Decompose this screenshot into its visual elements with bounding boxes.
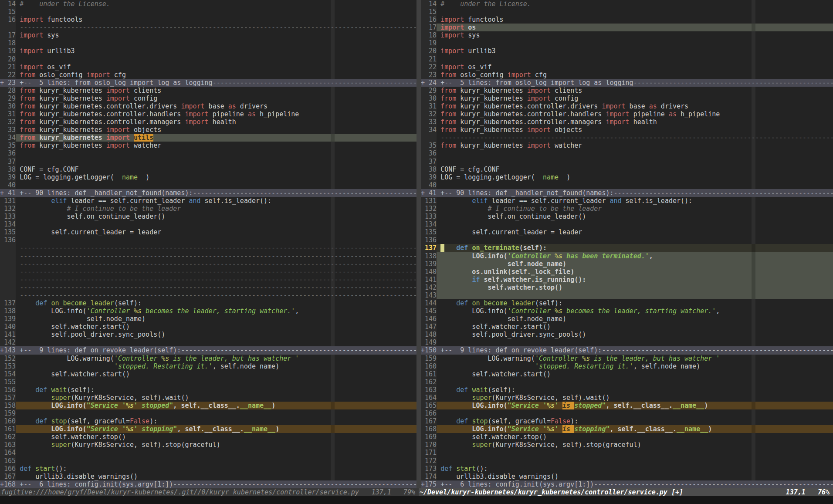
code-line[interactable]: 29from kuryr_kubernetes import clients [421,87,833,95]
code-line[interactable]: 19import urllib3 [0,47,416,55]
code-line[interactable]: 162 self.watcher.stop() [0,433,416,441]
fold-line[interactable]: +150+-- 9 lines: def on_revoke_leader(se… [421,346,833,354]
code-line[interactable]: 173def start(): [421,465,833,473]
code-line[interactable]: 31from kuryr_kubernetes.controller.drive… [421,102,833,110]
code-line[interactable]: 142 [0,338,416,346]
code-line[interactable]: 22import os_vif [421,63,833,71]
code-line[interactable]: 133 self.on_continue_leader() [0,213,416,220]
code-line[interactable]: 140 self.watcher.start() [0,323,416,331]
fold-line[interactable]: +168+-- 6 lines: config.init(sys.argv[1:… [0,480,416,488]
fold-column[interactable]: + [421,480,425,488]
code-line[interactable]: 132 # I continue to be the leader [421,205,833,213]
code-line[interactable]: 145 LOG.info('Controller %s becomes the … [421,307,833,315]
code-line[interactable]: 146 self.node_name) [421,315,833,323]
code-line[interactable]: 34from kuryr_kubernetes import utils [0,134,416,142]
code-line[interactable]: 17import os [421,24,833,31]
fold-column[interactable]: + [0,189,4,197]
command-line[interactable] [0,496,833,504]
filler-line[interactable]: ----------------------------------------… [0,244,416,252]
code-line[interactable]: 18import sys [421,31,833,39]
code-line[interactable]: 168 LOG.info("Service '%s' is stopping",… [421,425,833,433]
code-line[interactable]: 169 self.watcher.stop() [421,433,833,441]
code-line[interactable]: 29from kuryr_kubernetes import config [0,95,416,102]
fold-column[interactable]: + [421,189,425,197]
code-line[interactable]: 31from kuryr_kubernetes.controller.handl… [0,110,416,118]
code-line[interactable]: 135 self.current_leader = leader [0,228,416,236]
code-line[interactable]: 133 self.on_continue_leader() [421,213,833,220]
code-line[interactable]: 21 [421,55,833,63]
code-line[interactable]: 22from oslo_config import cfg [0,71,416,79]
code-line[interactable]: 21import os_vif [0,63,416,71]
code-line[interactable]: 167 urllib3.disable_warnings() [0,473,416,480]
code-line[interactable]: 144 def on_become_leader(self): [421,299,833,307]
editor-pane-right[interactable]: 14# under the License. 15 16import funct… [421,0,833,488]
code-line[interactable]: 37 [0,158,416,166]
filler-line[interactable]: ----------------------------------------… [0,24,416,31]
fold-line[interactable]: +143+-- 9 lines: def on_revoke_leader(se… [0,346,416,354]
code-line[interactable]: 170 super(KuryrK8sService, self).stop(gr… [421,441,833,449]
code-line[interactable]: 39LOG = logging.getLogger(__name__) [0,173,416,181]
code-line[interactable]: 35from kuryr_kubernetes import watcher [0,142,416,149]
code-line[interactable]: 165 LOG.info("Service '%s' is stopped", … [421,402,833,409]
code-line[interactable]: 158 LOG.info("Service '%s' stopped", sel… [0,402,416,409]
code-line[interactable]: 147 self.watcher.start() [421,323,833,331]
fold-column[interactable]: + [421,346,425,354]
code-line[interactable]: 163 super(KuryrK8sService, self).stop(gr… [0,441,416,449]
code-line[interactable]: 131 elif leader == self.current_leader a… [421,197,833,205]
filler-line[interactable]: ----------------------------------------… [0,268,416,276]
code-line[interactable]: 34from kuryr_kubernetes import objects [421,126,833,134]
filler-line[interactable]: ----------------------------------------… [0,276,416,284]
filler-line[interactable]: ----------------------------------------… [0,260,416,268]
code-line[interactable]: 40 [421,181,833,189]
code-line[interactable]: 19 [421,39,833,47]
fold-column[interactable]: + [0,480,4,488]
code-line[interactable]: 40 [0,181,416,189]
code-line[interactable]: 15 [0,8,416,16]
code-line[interactable]: 137 def on_terminate(self): [421,244,833,252]
code-line[interactable]: 163 def wait(self): [421,386,833,394]
code-line[interactable]: 152 LOG.warning('Controller %s is the le… [0,355,416,362]
code-line[interactable]: 161 LOG.info("Service '%s' stopping", se… [0,425,416,433]
fold-column[interactable]: + [0,346,4,354]
fold-line[interactable]: +175+-- 6 lines: config.init(sys.argv[1:… [421,480,833,488]
code-line[interactable]: 155 [0,378,416,386]
code-line[interactable]: 139 self.node_name) [0,315,416,323]
filler-line[interactable]: ----------------------------------------… [0,284,416,291]
code-line[interactable]: 167 def stop(self, graceful=False): [421,417,833,425]
code-line[interactable]: 23from oslo_config import cfg [421,71,833,79]
code-line[interactable]: 171 [421,449,833,457]
code-line[interactable]: 141 self.pool_driver.sync_pools() [0,331,416,338]
code-line[interactable]: 153 'stopped. Restarting it.', self.node… [0,362,416,370]
code-line[interactable]: 38CONF = cfg.CONF [421,166,833,173]
code-line[interactable]: 162 [421,378,833,386]
code-line[interactable]: 143 [421,291,833,299]
code-line[interactable]: 36 [421,149,833,157]
code-line[interactable]: 164 super(KuryrK8sService, self).wait() [421,394,833,402]
code-line[interactable]: 148 self.pool_driver.sync_pools() [421,331,833,338]
code-line[interactable]: 14# under the License. [0,0,416,8]
code-line[interactable]: 166def start(): [0,465,416,473]
code-line[interactable]: 30from kuryr_kubernetes import config [421,95,833,102]
code-line[interactable]: 38CONF = cfg.CONF [0,166,416,173]
code-line[interactable]: 132 # I continue to be the leader [0,205,416,213]
code-line[interactable]: 134 [0,220,416,228]
code-line[interactable]: 36 [0,149,416,157]
code-line[interactable]: 142 self.watcher.stop() [421,284,833,291]
code-line[interactable]: 166 [421,409,833,417]
code-line[interactable]: 136 [421,236,833,244]
code-line[interactable]: 16import functools [0,16,416,24]
code-line[interactable]: 139 self.node_name) [421,260,833,268]
code-line[interactable]: 138 LOG.info('Controller %s becomes the … [0,307,416,315]
code-line[interactable]: 140 os.unlink(self._lock_file) [421,268,833,276]
code-line[interactable]: 20import urllib3 [421,47,833,55]
code-line[interactable]: 157 super(KuryrK8sService, self).wait() [0,394,416,402]
code-line[interactable]: 35from kuryr_kubernetes import watcher [421,142,833,149]
code-line[interactable]: 16import functools [421,16,833,24]
code-line[interactable]: 160 'stopped. Restarting it.', self.node… [421,362,833,370]
code-line[interactable]: 30from kuryr_kubernetes.controller.drive… [0,102,416,110]
code-line[interactable]: 131 elif leader == self.current_leader a… [0,197,416,205]
code-line[interactable]: 164 [0,449,416,457]
code-line[interactable]: 33from kuryr_kubernetes import objects [0,126,416,134]
code-line[interactable]: 17import sys [0,31,416,39]
code-line[interactable]: 136 [0,236,416,244]
